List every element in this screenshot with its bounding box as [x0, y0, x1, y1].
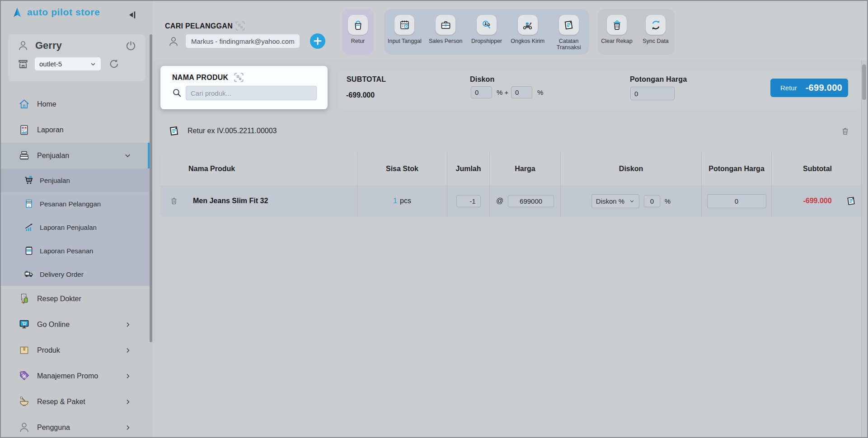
sidebar-item-go-online[interactable]: Go Online: [1, 312, 150, 337]
sidebar-subitem-penjualan[interactable]: Penjualan: [1, 168, 150, 192]
toolbar-label: Input Tanggal: [388, 38, 422, 44]
toolbar-input-tanggal-button[interactable]: Input Tanggal: [384, 9, 425, 55]
note-icon: [168, 125, 180, 137]
sidebar-item-penjualan-parent[interactable]: Penjualan: [1, 143, 150, 168]
sail-logo-icon: [11, 6, 23, 18]
brand-name: auto pilot store: [27, 7, 100, 18]
outlet-select[interactable]: outlet-5: [34, 57, 101, 71]
retur-reference-text: Retur ex IV.005.2211.00003: [188, 127, 277, 135]
mortar-icon: [18, 396, 30, 408]
sidebar-item-label: Produk: [37, 346, 60, 354]
toolbar-dropshipper-button[interactable]: Dropshipper: [466, 9, 507, 55]
col-header-subtotal: Subtotal: [803, 165, 832, 173]
col-header-diskon: Diskon: [619, 165, 643, 173]
toolbar-ongkos-kirim-button[interactable]: Ongkos Kirim: [507, 9, 548, 55]
row-potongan-input[interactable]: [707, 194, 766, 208]
cart-table: Nama Produk Sisa Stok Jumlah Harga Disko…: [160, 152, 863, 217]
retur-submit-button[interactable]: Retur -699.000: [770, 79, 848, 97]
sidebar-item-label: Laporan Pesanan: [40, 247, 93, 255]
add-customer-button[interactable]: [310, 33, 325, 49]
percent-text: %: [665, 197, 671, 205]
sidebar-item-resep-dokter[interactable]: Resep Dokter: [1, 286, 150, 312]
potongan-harga-label: Potongan Harga: [630, 75, 687, 84]
order-notepad-icon: [23, 245, 34, 256]
sidebar-item-manajemen-promo[interactable]: Manajemen Promo: [1, 363, 150, 389]
row-quantity-input[interactable]: [456, 195, 481, 207]
sidebar-item-label: Manajemen Promo: [37, 372, 98, 380]
sidebar-item-pengguna[interactable]: Pengguna: [1, 415, 150, 438]
note-icon: [559, 15, 579, 35]
toolbar-label: Sync Data: [643, 38, 669, 44]
toolbar-label: Retur: [351, 38, 365, 44]
logout-button[interactable]: [125, 40, 136, 51]
toolbar-retur-button[interactable]: Retur: [342, 9, 374, 55]
sidebar-item-label: Penjualan: [37, 152, 69, 160]
briefcase-icon: [436, 15, 455, 35]
cash-register-icon: [18, 149, 30, 162]
sidebar-subitem-laporan-penjualan[interactable]: Laporan Penjualan: [1, 215, 150, 239]
row-subtotal-value: -699.000: [803, 197, 831, 205]
toolbar-sales-person-button[interactable]: Sales Person: [425, 9, 466, 55]
qr-scan-icon[interactable]: [233, 71, 245, 84]
sidebar-item-home[interactable]: Home: [1, 91, 150, 117]
sidebar-item-label: Resep & Paket: [37, 398, 85, 406]
chevron-right-icon: [124, 398, 131, 405]
diskon-percent-2-input[interactable]: [511, 86, 532, 98]
sidebar-collapse-button[interactable]: [127, 9, 139, 21]
sidebar-item-label: Laporan Penjualan: [40, 224, 97, 231]
row-price-input[interactable]: [508, 195, 554, 207]
chevron-right-icon: [124, 373, 131, 380]
row-stock-value: 1: [393, 197, 397, 205]
toolbar-sync-data-button[interactable]: Sync Data: [636, 9, 675, 55]
toolbar-retur-group: Retur: [342, 9, 374, 55]
sidebar-scrollbar[interactable]: [150, 27, 152, 437]
toolbar-label: Ongkos Kirim: [511, 38, 544, 44]
toolbar-actions-group: Input Tanggal Sales Person Dropshipper O…: [384, 9, 589, 55]
chevron-down-icon: [90, 61, 96, 67]
row-stock-unit: pcs: [400, 197, 411, 205]
sidebar-subitem-delivery-order[interactable]: Delivery Order: [1, 262, 150, 286]
product-search-input[interactable]: [186, 86, 317, 100]
chevron-right-icon: [124, 424, 131, 431]
summary-panel: SUBTOTAL -699.000 Diskon % + % Potongan …: [338, 70, 862, 109]
pos-app: auto pilot store Gerry outlet-5: [0, 0, 868, 438]
customer-search-label: CARI PELANGGAN: [165, 22, 233, 30]
trash-blue-icon: [607, 15, 627, 35]
diskon-percent-1-input[interactable]: [471, 86, 492, 98]
chevron-down-icon: [629, 198, 635, 204]
sidebar: auto pilot store Gerry outlet-5: [1, 1, 153, 437]
sidebar-item-resep-paket[interactable]: Resep & Paket: [1, 389, 150, 415]
retur-button-label: Retur: [780, 84, 797, 92]
prescription-icon: [18, 293, 30, 305]
sidebar-subitem-laporan-pesanan[interactable]: Laporan Pesanan: [1, 239, 150, 262]
potongan-harga-input[interactable]: [630, 87, 675, 100]
table-row: Men Jeans Slim Fit 32 1 pcs @ Diskon % %: [160, 185, 863, 217]
qr-scan-icon[interactable]: [234, 20, 246, 32]
row-diskon-value-input[interactable]: [644, 195, 660, 207]
page-scrollbar-thumb[interactable]: [862, 65, 866, 100]
delivery-truck-icon: [23, 269, 34, 280]
toolbar-clear-rekap-button[interactable]: Clear Rekap: [597, 9, 636, 55]
refresh-outlet-button[interactable]: [108, 58, 120, 70]
subtotal-label: SUBTOTAL: [347, 75, 386, 84]
sidebar-item-laporan[interactable]: Laporan: [1, 117, 150, 143]
row-diskon-type-select[interactable]: Diskon %: [591, 194, 639, 208]
row-print-note-button[interactable]: [845, 196, 857, 207]
sidebar-scrollbar-thumb[interactable]: [150, 34, 152, 342]
subtotal-value: -699.000: [346, 91, 375, 99]
trash-icon: [169, 196, 178, 205]
product-search-card: NAMA PRODUK: [160, 66, 328, 109]
sidebar-subitem-pesanan-pelanggan[interactable]: Pesanan Pelanggan: [1, 192, 150, 215]
toolbar-catatan-transaksi-button[interactable]: Catatan Transaksi: [548, 9, 589, 55]
chevron-down-icon: [124, 152, 131, 159]
at-sign: @: [496, 197, 503, 205]
sales-chart-icon: [23, 222, 34, 233]
delete-retur-button[interactable]: [840, 126, 850, 136]
row-product-name: Men Jeans Slim Fit 32: [193, 197, 268, 205]
page-scrollbar[interactable]: [861, 60, 867, 437]
sidebar-item-produk[interactable]: Produk: [1, 337, 150, 363]
customer-search-input[interactable]: [185, 34, 300, 48]
diskon-type-value: Diskon %: [596, 197, 624, 205]
remove-item-button[interactable]: [169, 196, 178, 205]
user-name: Gerry: [35, 40, 125, 51]
